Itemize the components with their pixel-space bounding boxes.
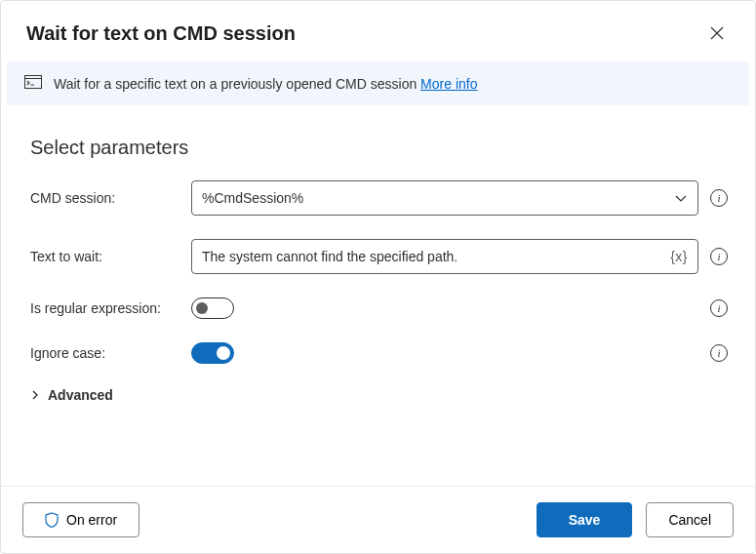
dialog-footer: On error Save Cancel (1, 486, 755, 553)
info-icon[interactable]: i (710, 344, 728, 362)
svg-rect-0 (25, 76, 42, 89)
section-title: Select parameters (30, 137, 728, 159)
info-banner: Wait for a specific text on a previously… (7, 61, 749, 105)
info-text: Wait for a specific text on a previously… (54, 76, 420, 92)
variable-picker-icon[interactable]: {x} (670, 249, 688, 264)
on-error-button[interactable]: On error (22, 502, 139, 537)
cmd-session-select[interactable]: %CmdSession% (191, 180, 698, 216)
save-button[interactable]: Save (537, 502, 633, 537)
row-cmd-session: CMD session: %CmdSession% i (30, 180, 728, 216)
dialog-title: Wait for text on CMD session (26, 22, 296, 45)
shield-icon (45, 512, 59, 528)
close-button[interactable] (702, 19, 732, 48)
cmd-icon (24, 75, 42, 92)
advanced-label: Advanced (48, 387, 113, 403)
save-label: Save (569, 512, 601, 528)
info-icon[interactable]: i (710, 189, 728, 207)
row-is-regex: Is regular expression: i (30, 297, 728, 319)
dialog-content: Select parameters CMD session: %CmdSessi… (1, 105, 755, 486)
info-icon[interactable]: i (710, 248, 728, 265)
ignore-case-toggle[interactable] (191, 342, 234, 364)
info-icon[interactable]: i (710, 299, 728, 317)
label-is-regex: Is regular expression: (30, 300, 191, 316)
advanced-toggle[interactable]: Advanced (30, 387, 728, 403)
label-cmd-session: CMD session: (30, 190, 191, 206)
cancel-label: Cancel (668, 512, 711, 528)
on-error-label: On error (66, 512, 117, 528)
text-to-wait-input[interactable]: The system cannot find the specified pat… (191, 239, 698, 274)
label-text-to-wait: Text to wait: (30, 249, 191, 264)
text-to-wait-value: The system cannot find the specified pat… (202, 249, 670, 264)
more-info-link[interactable]: More info (420, 76, 477, 92)
close-icon (710, 26, 724, 40)
cancel-button[interactable]: Cancel (646, 502, 734, 537)
chevron-down-icon (674, 191, 688, 205)
row-ignore-case: Ignore case: i (30, 342, 728, 364)
row-text-to-wait: Text to wait: The system cannot find the… (30, 239, 728, 274)
dialog-header: Wait for text on CMD session (1, 1, 755, 61)
is-regex-toggle[interactable] (191, 297, 234, 319)
dialog: Wait for text on CMD session Wait for a … (0, 0, 756, 554)
info-text-wrap: Wait for a specific text on a previously… (54, 76, 477, 92)
chevron-right-icon (30, 390, 40, 400)
cmd-session-value: %CmdSession% (202, 190, 303, 206)
label-ignore-case: Ignore case: (30, 345, 191, 361)
